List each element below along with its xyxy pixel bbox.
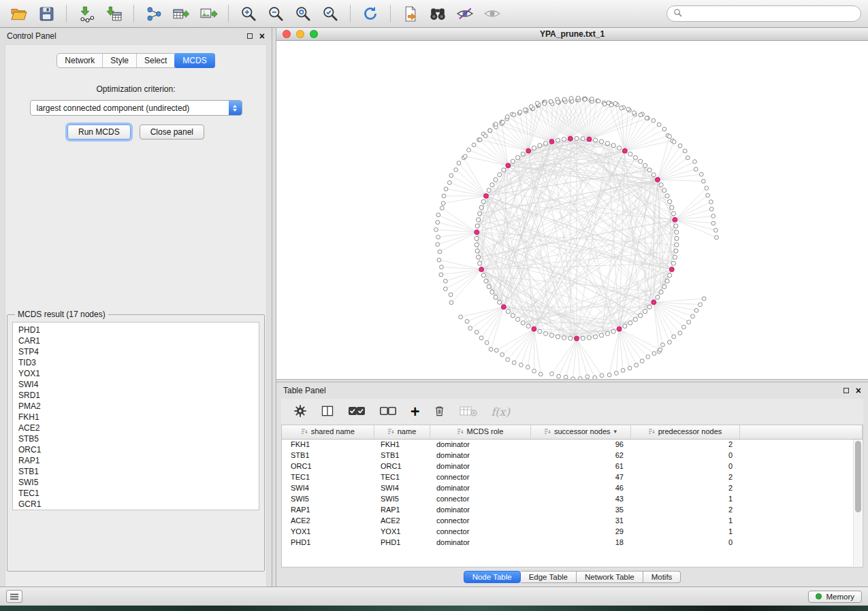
mcds-result-node[interactable]: STP4 [13, 346, 259, 357]
cell-shared-name[interactable]: PHD1 [282, 537, 374, 548]
cell-mcds-role[interactable]: connector [430, 515, 530, 526]
cell-name[interactable]: RAP1 [374, 504, 430, 515]
cell-mcds-role[interactable]: connector [430, 472, 530, 482]
hide-graphics-details-button[interactable] [480, 3, 504, 24]
mcds-result-node[interactable]: PHD1 [13, 325, 259, 335]
cell-name[interactable]: ORC1 [374, 461, 430, 472]
network-search-field[interactable] [666, 5, 861, 22]
cell-successor-nodes[interactable]: 18 [530, 537, 630, 548]
cell-shared-name[interactable]: STB1 [282, 450, 374, 461]
cell-mcds-role[interactable]: connector [430, 493, 530, 504]
cell-mcds-role[interactable]: dominator [430, 537, 530, 548]
cell-predecessor-nodes[interactable]: 1 [630, 493, 739, 504]
zoom-fit-button[interactable] [291, 3, 315, 24]
refresh-view-button[interactable] [358, 3, 383, 24]
network-graph[interactable] [276, 41, 868, 379]
cell-predecessor-nodes[interactable]: 0 [630, 537, 739, 548]
mcds-result-node[interactable]: SRD1 [13, 390, 259, 401]
import-network-button[interactable] [74, 3, 99, 24]
cell-name[interactable]: YOX1 [374, 526, 430, 537]
scrollbar-thumb[interactable] [855, 441, 861, 512]
cell-name[interactable]: SWI4 [374, 482, 430, 493]
cell-name[interactable]: STB1 [374, 450, 430, 461]
mcds-result-node[interactable]: ORC1 [13, 444, 259, 455]
cell-shared-name[interactable]: SWI4 [282, 482, 374, 493]
mcds-result-node[interactable]: PMA2 [13, 401, 259, 412]
cell-shared-name[interactable]: RAP1 [282, 504, 374, 515]
cell-successor-nodes[interactable]: 31 [530, 515, 630, 526]
mcds-result-node[interactable]: STB5 [13, 433, 259, 444]
column-header-successor-nodes[interactable]: successor nodes▾ [530, 425, 630, 439]
tab-select[interactable]: Select [137, 54, 175, 67]
tab-network[interactable]: Network [57, 54, 103, 67]
cell-predecessor-nodes[interactable]: 0 [630, 450, 739, 461]
minimize-window-icon[interactable] [296, 30, 304, 38]
table-row[interactable]: ORC1 ORC1 dominator 61 0 [282, 461, 863, 472]
cell-successor-nodes[interactable]: 43 [530, 493, 630, 504]
open-session-button[interactable] [7, 3, 31, 24]
mcds-result-node[interactable]: SWI5 [13, 477, 259, 488]
cell-successor-nodes[interactable]: 96 [530, 439, 630, 450]
cell-successor-nodes[interactable]: 61 [530, 461, 630, 472]
tab-mcds[interactable]: MCDS [174, 53, 214, 68]
tab-style[interactable]: Style [103, 54, 137, 67]
mcds-result-node[interactable]: GCR1 [13, 499, 259, 510]
mcds-result-node[interactable]: CAR1 [13, 335, 259, 346]
close-panel-icon[interactable]: × [856, 386, 861, 395]
share-document-button[interactable] [398, 3, 423, 24]
table-row[interactable]: ACE2 ACE2 connector 31 1 [282, 515, 863, 526]
search-input[interactable] [686, 9, 854, 18]
cell-successor-nodes[interactable]: 29 [530, 526, 630, 537]
cell-predecessor-nodes[interactable]: 2 [630, 482, 739, 493]
cell-predecessor-nodes[interactable]: 0 [630, 461, 739, 472]
table-scrollbar[interactable] [853, 440, 862, 566]
tab-edge-table[interactable]: Edge Table [521, 571, 577, 583]
table-settings-button[interactable] [293, 404, 307, 420]
cell-name[interactable]: PHD1 [374, 537, 430, 548]
add-column-button[interactable]: + [411, 404, 419, 420]
mcds-result-node[interactable]: RAP1 [13, 455, 259, 466]
new-network-button[interactable] [142, 3, 166, 24]
delete-column-button[interactable] [433, 404, 446, 419]
tab-node-table[interactable]: Node Table [464, 571, 521, 583]
float-panel-icon[interactable] [247, 33, 253, 39]
zoom-out-button[interactable] [263, 3, 288, 24]
export-image-button[interactable] [196, 3, 221, 24]
tab-motifs[interactable]: Motifs [643, 571, 681, 583]
cell-name[interactable]: ACE2 [374, 515, 430, 526]
column-header-predecessor-nodes[interactable]: predecessor nodes [630, 425, 739, 439]
mcds-result-node[interactable]: ACE2 [13, 423, 259, 433]
cell-shared-name[interactable]: ORC1 [282, 461, 374, 472]
table-row[interactable]: TEC1 TEC1 connector 47 2 [282, 472, 863, 482]
select-all-columns-button[interactable] [348, 404, 366, 420]
cell-predecessor-nodes[interactable]: 2 [630, 504, 739, 515]
import-table-button[interactable] [101, 3, 126, 24]
cell-name[interactable]: SWI5 [374, 493, 430, 504]
cell-successor-nodes[interactable]: 62 [530, 450, 630, 461]
column-header-name[interactable]: name [374, 425, 430, 439]
mcds-result-node[interactable]: TID3 [13, 357, 259, 368]
export-table-button[interactable] [169, 3, 193, 24]
table-row[interactable]: RAP1 RAP1 dominator 35 2 [282, 504, 863, 515]
cell-successor-nodes[interactable]: 47 [530, 472, 630, 482]
cell-mcds-role[interactable]: dominator [430, 439, 530, 450]
cell-shared-name[interactable]: FKH1 [282, 439, 374, 450]
unselect-all-columns-button[interactable] [379, 404, 397, 420]
cell-successor-nodes[interactable]: 35 [530, 504, 630, 515]
maximize-window-icon[interactable] [310, 30, 318, 38]
cell-mcds-role[interactable]: connector [430, 526, 530, 537]
memory-button[interactable]: Memory [808, 591, 862, 603]
cell-predecessor-nodes[interactable]: 1 [630, 526, 739, 537]
zoom-selected-button[interactable] [318, 3, 342, 24]
cell-shared-name[interactable]: SWI5 [282, 493, 374, 504]
run-mcds-button[interactable]: Run MCDS [67, 125, 131, 139]
mcds-result-node[interactable]: FKH1 [13, 412, 259, 423]
cell-mcds-role[interactable]: dominator [430, 482, 530, 493]
cell-mcds-role[interactable]: dominator [430, 450, 530, 461]
show-graphics-details-button[interactable] [453, 3, 477, 24]
cell-mcds-role[interactable]: dominator [430, 461, 530, 472]
mcds-result-node[interactable]: SWI4 [13, 379, 259, 390]
cell-successor-nodes[interactable]: 46 [530, 482, 630, 493]
network-canvas[interactable] [276, 41, 868, 379]
cell-name[interactable]: TEC1 [374, 472, 430, 482]
